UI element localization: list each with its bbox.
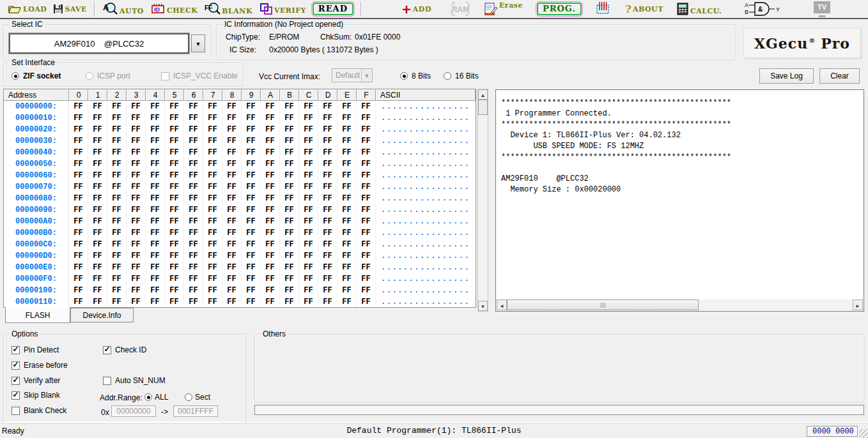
hex-byte[interactable]: FF (127, 273, 146, 285)
hex-byte[interactable]: FF (184, 135, 203, 147)
hex-byte[interactable]: FF (337, 193, 357, 204)
hex-ascii[interactable]: ................ (376, 181, 476, 193)
hex-byte[interactable]: FF (203, 262, 222, 273)
hex-byte[interactable]: FF (69, 135, 88, 147)
hex-byte[interactable]: FF (242, 262, 261, 273)
log-panel[interactable]: ****************************************… (495, 89, 864, 312)
hex-ascii[interactable]: ................ (376, 262, 476, 273)
hex-byte[interactable]: FF (337, 262, 357, 273)
hex-byte[interactable]: FF (184, 296, 203, 308)
hex-byte[interactable]: FF (107, 112, 127, 124)
hex-byte[interactable]: FF (127, 296, 146, 308)
hex-byte[interactable]: FF (203, 216, 222, 227)
hex-ascii[interactable]: ................ (376, 193, 476, 204)
hex-byte[interactable]: FF (165, 193, 184, 204)
hex-byte[interactable]: FF (184, 273, 203, 285)
hex-byte[interactable]: FF (69, 124, 88, 135)
auto-sn-checkbox[interactable]: Auto SN_NUM (103, 376, 166, 385)
hex-byte[interactable]: FF (222, 147, 242, 158)
hex-byte[interactable]: FF (203, 135, 222, 147)
hex-byte[interactable]: FF (357, 285, 376, 296)
hex-byte[interactable]: FF (299, 227, 318, 239)
hex-byte[interactable]: FF (261, 250, 280, 262)
hex-byte[interactable]: FF (242, 135, 261, 147)
hex-byte[interactable]: FF (261, 181, 280, 193)
hex-column-header[interactable]: B (280, 89, 299, 101)
pin-detect-checkbox[interactable]: Pin Detect (12, 345, 59, 354)
hex-byte[interactable]: FF (88, 158, 107, 170)
hex-column-header[interactable]: 8 (222, 89, 242, 101)
hex-byte[interactable]: FF (107, 216, 127, 227)
hex-byte[interactable]: FF (242, 170, 261, 181)
hex-byte[interactable]: FF (318, 193, 337, 204)
hex-byte[interactable]: FF (299, 262, 318, 273)
hex-byte[interactable]: FF (337, 181, 357, 193)
blank-button[interactable]: FF BLANK (201, 1, 256, 17)
hex-byte[interactable]: FF (203, 112, 222, 124)
hex-byte[interactable]: FF (299, 181, 318, 193)
hex-byte[interactable]: FF (357, 147, 376, 158)
hex-byte[interactable]: FF (69, 170, 88, 181)
hex-ascii[interactable]: ................ (376, 170, 476, 181)
hex-byte[interactable]: FF (242, 112, 261, 124)
hex-byte[interactable]: FF (88, 135, 107, 147)
hex-byte[interactable]: FF (261, 262, 280, 273)
vcc-imax-dropdown[interactable]: Default (332, 68, 373, 82)
hex-byte[interactable]: FF (299, 158, 318, 170)
hex-byte[interactable]: FF (242, 216, 261, 227)
hex-byte[interactable]: FF (165, 273, 184, 285)
hex-byte[interactable]: FF (280, 112, 299, 124)
hex-byte[interactable]: FF (318, 112, 337, 124)
hex-byte[interactable]: FF (280, 101, 299, 112)
hex-byte[interactable]: FF (146, 216, 165, 227)
hex-byte[interactable]: FF (242, 239, 261, 250)
hex-byte[interactable]: FF (280, 273, 299, 285)
scroll-left-button[interactable] (497, 299, 507, 310)
hex-byte[interactable]: FF (69, 158, 88, 170)
hex-column-header[interactable]: 0 (69, 89, 88, 101)
hex-byte[interactable]: FF (165, 135, 184, 147)
hex-byte[interactable]: FF (127, 112, 146, 124)
hex-byte[interactable]: FF (280, 285, 299, 296)
hex-ascii[interactable]: ................ (376, 124, 476, 135)
hex-column-header[interactable]: 6 (184, 89, 203, 101)
hex-byte[interactable]: FF (203, 181, 222, 193)
ic-test-button[interactable] (591, 1, 614, 17)
hex-column-header[interactable]: E (337, 89, 357, 101)
hex-byte[interactable]: FF (318, 250, 337, 262)
hex-byte[interactable]: FF (261, 170, 280, 181)
hex-byte[interactable]: FF (203, 296, 222, 308)
hex-byte[interactable]: FF (88, 296, 107, 308)
scroll-track[interactable] (478, 115, 488, 301)
add-button[interactable]: + ADD (398, 3, 435, 15)
hex-byte[interactable]: FF (357, 135, 376, 147)
hex-byte[interactable]: FF (69, 181, 88, 193)
hex-byte[interactable]: FF (88, 204, 107, 216)
hex-byte[interactable]: FF (88, 170, 107, 181)
hex-byte[interactable]: FF (318, 273, 337, 285)
check-id-checkbox[interactable]: Check ID (103, 345, 146, 354)
hex-byte[interactable]: FF (165, 250, 184, 262)
hex-byte[interactable]: FF (146, 170, 165, 181)
hex-byte[interactable]: FF (203, 170, 222, 181)
erase-button[interactable]: Erase (481, 1, 526, 17)
hex-byte[interactable]: FF (203, 147, 222, 158)
hex-byte[interactable]: FF (146, 135, 165, 147)
hex-byte[interactable]: FF (184, 262, 203, 273)
tab-device-info[interactable]: Device.Info (70, 308, 134, 322)
hex-byte[interactable]: FF (261, 239, 280, 250)
hex-byte[interactable]: FF (357, 193, 376, 204)
hex-byte[interactable]: FF (337, 135, 357, 147)
hex-byte[interactable]: FF (280, 135, 299, 147)
hex-byte[interactable]: FF (299, 250, 318, 262)
hex-byte[interactable]: FF (184, 112, 203, 124)
hex-byte[interactable]: FF (165, 147, 184, 158)
hex-byte[interactable]: FF (146, 101, 165, 112)
hex-byte[interactable]: FF (127, 158, 146, 170)
hex-byte[interactable]: FF (357, 170, 376, 181)
hex-byte[interactable]: FF (203, 193, 222, 204)
hex-column-header[interactable]: 9 (242, 89, 261, 101)
hex-byte[interactable]: FF (107, 158, 127, 170)
hex-byte[interactable]: FF (357, 158, 376, 170)
hex-byte[interactable]: FF (357, 250, 376, 262)
